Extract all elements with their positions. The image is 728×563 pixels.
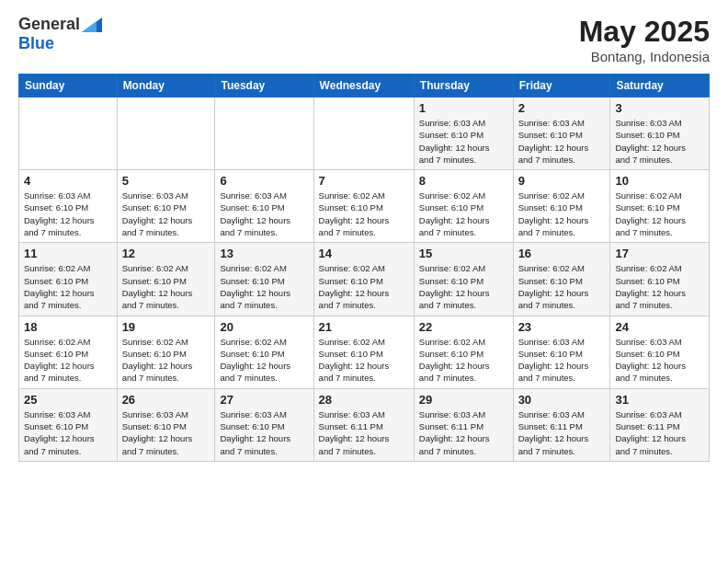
calendar-cell: 22Sunrise: 6:02 AM Sunset: 6:10 PM Dayli… <box>414 316 513 388</box>
day-info: Sunrise: 6:02 AM Sunset: 6:10 PM Dayligh… <box>419 262 508 311</box>
day-info: Sunrise: 6:02 AM Sunset: 6:10 PM Dayligh… <box>24 262 112 311</box>
day-number: 11 <box>24 247 112 260</box>
calendar-cell: 28Sunrise: 6:03 AM Sunset: 6:11 PM Dayli… <box>313 388 414 461</box>
calendar-cell: 25Sunrise: 6:03 AM Sunset: 6:10 PM Dayli… <box>19 388 118 461</box>
calendar-cell: 12Sunrise: 6:02 AM Sunset: 6:10 PM Dayli… <box>117 243 215 316</box>
day-number: 4 <box>24 174 112 188</box>
day-info: Sunrise: 6:02 AM Sunset: 6:10 PM Dayligh… <box>518 190 606 238</box>
day-info: Sunrise: 6:02 AM Sunset: 6:10 PM Dayligh… <box>518 262 606 311</box>
day-number: 31 <box>615 393 704 407</box>
day-info: Sunrise: 6:03 AM Sunset: 6:10 PM Dayligh… <box>615 117 704 166</box>
day-number: 21 <box>319 320 409 334</box>
day-info: Sunrise: 6:03 AM Sunset: 6:10 PM Dayligh… <box>518 336 606 385</box>
day-number: 13 <box>220 247 308 260</box>
day-info: Sunrise: 6:02 AM Sunset: 6:10 PM Dayligh… <box>319 190 409 238</box>
day-info: Sunrise: 6:02 AM Sunset: 6:10 PM Dayligh… <box>220 262 308 311</box>
day-number: 30 <box>518 393 606 407</box>
day-number: 27 <box>220 393 308 407</box>
day-number: 24 <box>615 320 704 334</box>
calendar-cell: 15Sunrise: 6:02 AM Sunset: 6:10 PM Dayli… <box>414 243 513 316</box>
day-info: Sunrise: 6:03 AM Sunset: 6:10 PM Dayligh… <box>24 408 112 457</box>
day-number: 15 <box>419 247 508 260</box>
location-subtitle: Bontang, Indonesia <box>579 49 710 64</box>
calendar-cell: 6Sunrise: 6:03 AM Sunset: 6:10 PM Daylig… <box>215 170 313 243</box>
calendar-cell <box>19 98 118 170</box>
day-info: Sunrise: 6:03 AM Sunset: 6:11 PM Dayligh… <box>419 408 508 457</box>
day-header-sunday: Sunday <box>19 75 118 98</box>
day-number: 18 <box>24 320 112 334</box>
day-header-tuesday: Tuesday <box>215 75 313 98</box>
day-number: 25 <box>24 393 112 407</box>
calendar-cell: 14Sunrise: 6:02 AM Sunset: 6:10 PM Dayli… <box>313 243 414 316</box>
day-number: 20 <box>220 320 308 334</box>
day-info: Sunrise: 6:02 AM Sunset: 6:10 PM Dayligh… <box>615 190 704 238</box>
day-info: Sunrise: 6:03 AM Sunset: 6:10 PM Dayligh… <box>24 190 112 238</box>
day-number: 3 <box>615 101 704 115</box>
day-header-wednesday: Wednesday <box>313 75 414 98</box>
day-number: 23 <box>518 320 606 334</box>
title-block: May 2025 Bontang, Indonesia <box>579 15 710 64</box>
day-info: Sunrise: 6:02 AM Sunset: 6:10 PM Dayligh… <box>122 336 210 385</box>
calendar-cell: 18Sunrise: 6:02 AM Sunset: 6:10 PM Dayli… <box>19 316 118 388</box>
calendar-cell: 31Sunrise: 6:03 AM Sunset: 6:11 PM Dayli… <box>610 388 710 461</box>
calendar-cell: 21Sunrise: 6:02 AM Sunset: 6:10 PM Dayli… <box>313 316 414 388</box>
page-header: General Blue May 2025 Bontang, Indonesia <box>18 15 710 64</box>
calendar-cell: 29Sunrise: 6:03 AM Sunset: 6:11 PM Dayli… <box>414 388 513 461</box>
day-info: Sunrise: 6:02 AM Sunset: 6:10 PM Dayligh… <box>220 336 308 385</box>
day-number: 16 <box>518 247 606 260</box>
calendar-cell: 4Sunrise: 6:03 AM Sunset: 6:10 PM Daylig… <box>19 170 118 243</box>
calendar-cell: 24Sunrise: 6:03 AM Sunset: 6:10 PM Dayli… <box>610 316 710 388</box>
logo-icon <box>82 17 102 32</box>
calendar-cell: 23Sunrise: 6:03 AM Sunset: 6:10 PM Dayli… <box>513 316 610 388</box>
calendar-cell: 20Sunrise: 6:02 AM Sunset: 6:10 PM Dayli… <box>215 316 313 388</box>
calendar-cell: 8Sunrise: 6:02 AM Sunset: 6:10 PM Daylig… <box>414 170 513 243</box>
logo-general-text: General <box>18 15 80 34</box>
day-number: 22 <box>419 320 508 334</box>
day-number: 2 <box>518 101 606 115</box>
svg-marker-1 <box>82 21 97 32</box>
calendar-cell: 10Sunrise: 6:02 AM Sunset: 6:10 PM Dayli… <box>610 170 710 243</box>
day-info: Sunrise: 6:03 AM Sunset: 6:10 PM Dayligh… <box>122 190 210 238</box>
calendar-cell <box>313 98 414 170</box>
calendar-cell: 11Sunrise: 6:02 AM Sunset: 6:10 PM Dayli… <box>19 243 118 316</box>
day-info: Sunrise: 6:02 AM Sunset: 6:10 PM Dayligh… <box>319 336 409 385</box>
calendar-cell: 16Sunrise: 6:02 AM Sunset: 6:10 PM Dayli… <box>513 243 610 316</box>
day-info: Sunrise: 6:02 AM Sunset: 6:10 PM Dayligh… <box>615 262 704 311</box>
day-number: 17 <box>615 247 704 260</box>
day-header-friday: Friday <box>513 75 610 98</box>
day-number: 28 <box>319 393 409 407</box>
calendar-cell <box>215 98 313 170</box>
calendar-cell: 3Sunrise: 6:03 AM Sunset: 6:10 PM Daylig… <box>610 98 710 170</box>
day-number: 19 <box>122 320 210 334</box>
day-header-monday: Monday <box>117 75 215 98</box>
calendar-week-row: 4Sunrise: 6:03 AM Sunset: 6:10 PM Daylig… <box>19 170 710 243</box>
day-number: 6 <box>220 174 308 188</box>
day-number: 10 <box>615 174 704 188</box>
day-info: Sunrise: 6:03 AM Sunset: 6:10 PM Dayligh… <box>419 117 508 166</box>
calendar-cell: 19Sunrise: 6:02 AM Sunset: 6:10 PM Dayli… <box>117 316 215 388</box>
day-header-saturday: Saturday <box>610 75 710 98</box>
day-header-thursday: Thursday <box>414 75 513 98</box>
day-info: Sunrise: 6:03 AM Sunset: 6:10 PM Dayligh… <box>220 190 308 238</box>
calendar-week-row: 18Sunrise: 6:02 AM Sunset: 6:10 PM Dayli… <box>19 316 710 388</box>
day-info: Sunrise: 6:02 AM Sunset: 6:10 PM Dayligh… <box>122 262 210 311</box>
calendar-cell: 1Sunrise: 6:03 AM Sunset: 6:10 PM Daylig… <box>414 98 513 170</box>
calendar-cell: 5Sunrise: 6:03 AM Sunset: 6:10 PM Daylig… <box>117 170 215 243</box>
calendar-cell: 26Sunrise: 6:03 AM Sunset: 6:10 PM Dayli… <box>117 388 215 461</box>
day-number: 29 <box>419 393 508 407</box>
day-info: Sunrise: 6:03 AM Sunset: 6:10 PM Dayligh… <box>615 336 704 385</box>
day-info: Sunrise: 6:02 AM Sunset: 6:10 PM Dayligh… <box>319 262 409 311</box>
calendar-table: SundayMondayTuesdayWednesdayThursdayFrid… <box>18 74 710 462</box>
calendar-header-row: SundayMondayTuesdayWednesdayThursdayFrid… <box>19 75 710 98</box>
calendar-week-row: 25Sunrise: 6:03 AM Sunset: 6:10 PM Dayli… <box>19 388 710 461</box>
day-number: 5 <box>122 174 210 188</box>
day-info: Sunrise: 6:03 AM Sunset: 6:11 PM Dayligh… <box>615 408 704 457</box>
logo-blue-text: Blue <box>18 34 54 53</box>
calendar-week-row: 11Sunrise: 6:02 AM Sunset: 6:10 PM Dayli… <box>19 243 710 316</box>
calendar-cell: 7Sunrise: 6:02 AM Sunset: 6:10 PM Daylig… <box>313 170 414 243</box>
day-info: Sunrise: 6:02 AM Sunset: 6:10 PM Dayligh… <box>24 336 112 385</box>
calendar-cell: 9Sunrise: 6:02 AM Sunset: 6:10 PM Daylig… <box>513 170 610 243</box>
day-number: 12 <box>122 247 210 260</box>
day-number: 7 <box>319 174 409 188</box>
calendar-cell: 2Sunrise: 6:03 AM Sunset: 6:10 PM Daylig… <box>513 98 610 170</box>
